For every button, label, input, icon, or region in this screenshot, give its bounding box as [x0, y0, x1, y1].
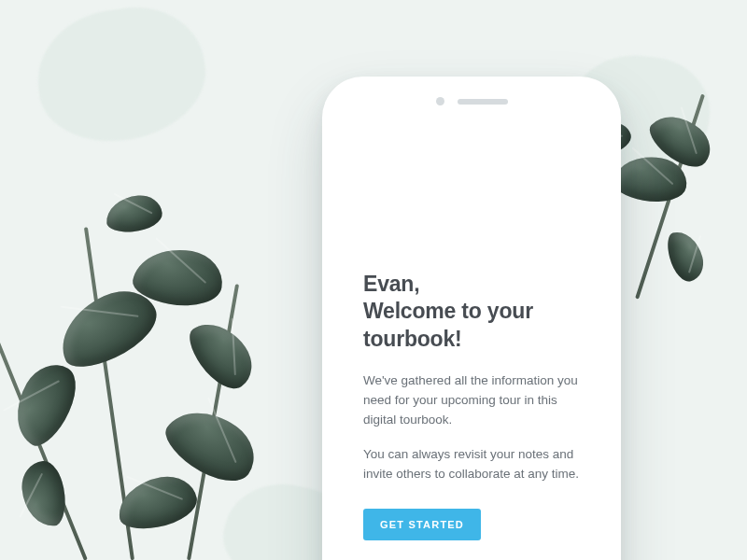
phone-screen: Evan, Welcome to your tourbook! We've ga… [343, 131, 600, 560]
camera-dot-icon [436, 97, 444, 105]
speaker-slot-icon [458, 99, 508, 105]
welcome-paragraph-2: You can always revisit your notes and in… [363, 445, 580, 484]
bg-blob [29, 0, 214, 151]
decorative-plant-left [19, 168, 299, 560]
welcome-paragraph-1: We've gathered all the information you n… [363, 371, 580, 430]
phone-notch [322, 97, 621, 105]
phone-mockup: Evan, Welcome to your tourbook! We've ga… [322, 77, 621, 560]
get-started-button[interactable]: GET STARTED [363, 509, 481, 540]
welcome-heading: Evan, Welcome to your tourbook! [363, 271, 580, 353]
